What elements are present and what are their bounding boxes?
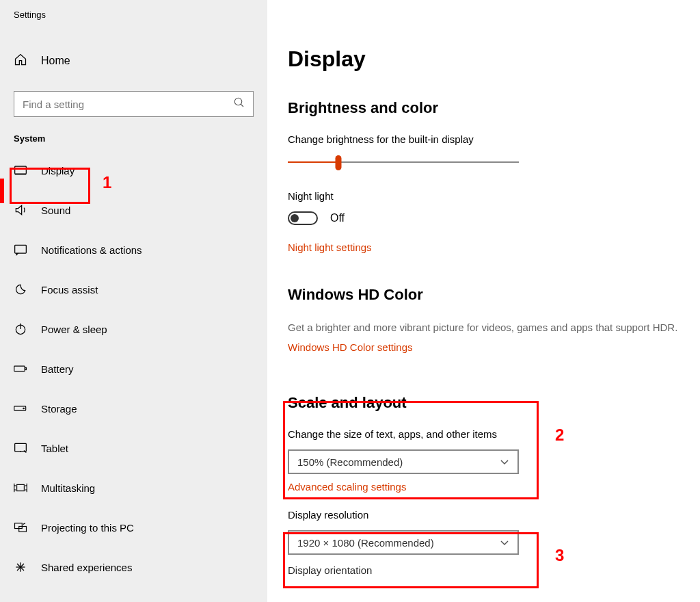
nav-item-label: Focus assist [41,284,98,296]
focus-assist-icon [14,283,27,296]
toggle-knob [291,214,299,222]
scale-label: Change the size of text, apps, and other… [288,428,686,440]
resolution-dropdown[interactable]: 1920 × 1080 (Recommended) [288,530,519,555]
night-light-toggle-row: Off [288,211,686,225]
nav-item-sound[interactable]: Sound [14,200,254,220]
section-hd-title: Windows HD Color [288,286,686,304]
projecting-icon [14,521,27,534]
storage-icon [14,402,27,415]
night-light-label: Night light [288,190,686,202]
nav-item-battery[interactable]: Battery [14,358,254,379]
svg-rect-2 [15,166,27,174]
category-title: System [0,133,267,144]
chevron-down-icon [500,456,509,468]
brightness-slider-label: Change brightness for the built-in displ… [288,133,686,145]
nav-item-focus-assist[interactable]: Focus assist [14,279,254,300]
svg-rect-15 [17,484,25,490]
resolution-value: 1920 × 1080 (Recommended) [297,537,434,549]
section-scale-title: Scale and layout [288,394,686,412]
resolution-label: Display resolution [288,509,686,521]
svg-rect-4 [15,245,27,253]
nav-item-tablet[interactable]: Tablet [14,438,254,458]
power-icon [14,322,27,336]
page-title: Display [288,47,686,72]
battery-icon [14,362,27,376]
nav-item-power-sleep[interactable]: Power & sleep [14,319,254,339]
svg-rect-20 [15,523,23,529]
nav-item-label: Storage [41,403,77,415]
nav-home[interactable]: Home [0,46,267,76]
nav-item-notifications[interactable]: Notifications & actions [14,239,254,260]
nav-item-storage[interactable]: Storage [14,398,254,419]
nav-item-label: Projecting to this PC [41,522,134,534]
nav-item-display[interactable]: Display [14,160,254,181]
nav-item-label: Battery [41,363,74,375]
hd-settings-link[interactable]: Windows HD Color settings [288,341,413,353]
slider-thumb[interactable] [336,155,342,170]
svg-rect-11 [15,443,27,452]
sound-icon [14,203,27,217]
search-input[interactable] [14,91,254,117]
night-light-toggle[interactable] [288,211,318,225]
nav-item-label: Display [41,165,75,176]
svg-rect-21 [19,526,27,532]
scale-dropdown[interactable]: 150% (Recommended) [288,449,519,474]
home-icon [14,53,27,69]
section-brightness-title: Brightness and color [288,99,686,117]
nav-home-label: Home [41,55,70,67]
night-light-settings-link[interactable]: Night light settings [288,241,372,253]
night-light-state: Off [330,212,345,224]
orientation-label: Display orientation [288,564,686,576]
nav-item-label: Multitasking [41,482,95,494]
svg-point-0 [234,98,242,105]
notifications-icon [14,243,27,257]
display-icon [14,163,27,177]
svg-rect-8 [25,367,27,369]
nav-item-label: Tablet [41,443,68,454]
annotation-active-bar [0,179,4,203]
svg-rect-7 [14,366,25,371]
nav-item-label: Sound [41,205,70,216]
search-container [14,91,254,117]
brightness-slider[interactable] [288,155,519,171]
app-title: Settings [0,10,267,20]
nav-item-shared-experiences[interactable]: Shared experiences [14,557,254,577]
nav-item-multitasking[interactable]: Multitasking [14,477,254,498]
main-content: Display Brightness and color Change brig… [267,0,700,602]
tablet-icon [14,441,27,455]
nav-item-label: Notifications & actions [41,244,142,256]
chevron-down-icon [500,537,509,549]
svg-line-1 [241,104,243,107]
multitasking-icon [14,481,27,495]
scale-value: 150% (Recommended) [297,456,403,468]
hd-description: Get a brighter and more vibrant picture … [288,320,686,335]
nav-item-projecting[interactable]: Projecting to this PC [14,517,254,538]
search-icon [233,96,245,112]
nav-list: Display Sound Notifications & actions Fo… [0,160,267,577]
settings-sidebar: Settings Home System Display Sound Notif… [0,0,267,602]
shared-icon [14,560,27,574]
advanced-scaling-link[interactable]: Advanced scaling settings [288,481,406,493]
nav-item-label: Shared experiences [41,562,132,573]
slider-track-empty [338,161,519,163]
svg-point-10 [23,408,25,409]
slider-track-fill [288,161,338,163]
nav-item-label: Power & sleep [41,324,107,335]
